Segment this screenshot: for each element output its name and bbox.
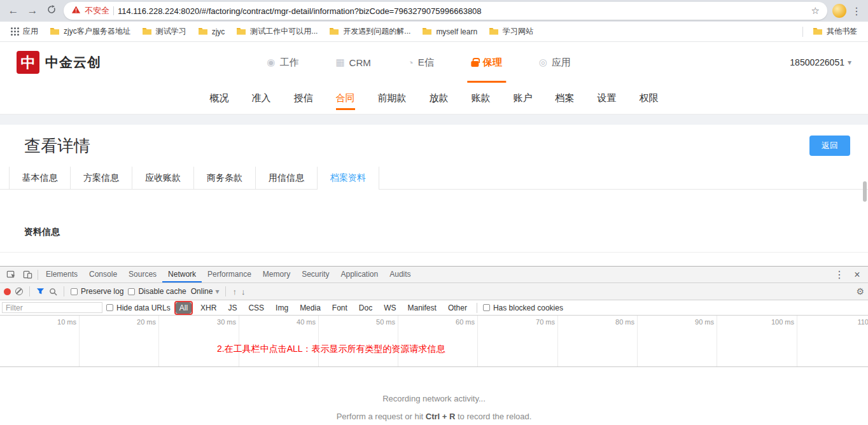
security-warning-icon[interactable] bbox=[71, 5, 81, 17]
network-timeline[interactable]: 10 ms 20 ms 30 ms 40 ms 50 ms 60 ms 70 m… bbox=[0, 316, 868, 367]
inspect-element-icon[interactable] bbox=[3, 267, 19, 282]
devtools-tab-console[interactable]: Console bbox=[83, 267, 123, 282]
nav-item-work[interactable]: 工作 bbox=[267, 42, 298, 83]
forward-icon[interactable] bbox=[25, 4, 39, 17]
devtools-tab-sources[interactable]: Sources bbox=[123, 267, 162, 282]
bookmark-folder[interactable]: myself learn bbox=[417, 25, 482, 39]
clear-icon[interactable] bbox=[15, 288, 23, 295]
devtools-tab-security[interactable]: Security bbox=[296, 267, 335, 282]
bookmark-label: zjyc客户服务器地址 bbox=[64, 26, 130, 37]
devtools-tab-application[interactable]: Application bbox=[335, 267, 384, 282]
account-menu[interactable]: 18500226051 bbox=[790, 57, 851, 67]
devtools-close-icon[interactable] bbox=[849, 269, 865, 281]
back-button[interactable]: 返回 bbox=[809, 136, 850, 156]
devtools-tab-audits[interactable]: Audits bbox=[384, 267, 416, 282]
tab-plan-info[interactable]: 方案信息 bbox=[71, 167, 132, 189]
sub-nav-settings[interactable]: 设置 bbox=[598, 83, 617, 114]
folder-icon bbox=[142, 27, 152, 37]
bookmark-folder[interactable]: zjyc客户服务器地址 bbox=[45, 24, 135, 39]
sub-nav-accounts[interactable]: 账户 bbox=[514, 83, 533, 114]
export-har-icon[interactable] bbox=[232, 287, 237, 296]
sub-nav-permissions[interactable]: 权限 bbox=[640, 83, 659, 114]
sub-nav-prepayment[interactable]: 前期款 bbox=[378, 83, 407, 114]
timeline-tick: 100 ms bbox=[756, 318, 794, 326]
nav-item-crm[interactable]: CRM bbox=[335, 42, 370, 83]
bookmark-folder[interactable]: 测试学习 bbox=[137, 24, 191, 39]
sub-nav-admission[interactable]: 准入 bbox=[252, 83, 271, 114]
nav-item-factoring[interactable]: 保理 bbox=[471, 42, 502, 83]
bookmark-folder[interactable]: 学习网站 bbox=[484, 24, 538, 39]
filter-pill-media[interactable]: Media bbox=[296, 302, 325, 314]
devtools-tab-network[interactable]: Network bbox=[162, 267, 202, 282]
devtools-tab-performance[interactable]: Performance bbox=[202, 267, 257, 282]
nav-item-exin[interactable]: E信 bbox=[408, 42, 434, 83]
sub-nav-loan[interactable]: 放款 bbox=[430, 83, 449, 114]
bookmark-label: 开发遇到问题的解... bbox=[343, 26, 410, 37]
bookmark-folder[interactable]: 开发遇到问题的解... bbox=[325, 24, 415, 39]
sub-nav-receivables[interactable]: 账款 bbox=[472, 83, 491, 114]
record-button[interactable] bbox=[4, 288, 11, 295]
folder-icon bbox=[50, 27, 60, 37]
devtools-menu-icon[interactable] bbox=[831, 268, 848, 281]
site-logo[interactable]: 中 中金云创 bbox=[17, 51, 101, 74]
tab-receivables[interactable]: 应收账款 bbox=[132, 167, 194, 189]
filter-pill-font[interactable]: Font bbox=[328, 302, 351, 314]
nav-item-apps[interactable]: 应用 bbox=[539, 42, 571, 83]
tab-credit-info[interactable]: 用信信息 bbox=[256, 167, 318, 189]
url-text[interactable]: 114.116.228.224:8020/#/factoring/contrac… bbox=[118, 6, 808, 16]
filter-pill-doc[interactable]: Doc bbox=[355, 302, 376, 314]
network-settings-icon[interactable] bbox=[856, 286, 864, 296]
back-icon[interactable] bbox=[6, 4, 20, 17]
account-number: 18500226051 bbox=[790, 57, 844, 67]
sub-nav-credit[interactable]: 授信 bbox=[294, 83, 313, 114]
device-toolbar-icon[interactable] bbox=[19, 267, 36, 282]
filter-funnel-icon[interactable] bbox=[36, 288, 45, 295]
bookmark-folder[interactable]: zjyc bbox=[193, 25, 230, 39]
filter-pill-img[interactable]: Img bbox=[272, 302, 292, 314]
search-icon[interactable] bbox=[49, 288, 57, 296]
security-label[interactable]: 不安全 bbox=[85, 5, 109, 17]
has-blocked-cookies-label[interactable]: Has blocked cookies bbox=[493, 303, 563, 312]
address-bar[interactable]: 不安全 114.116.228.224:8020/#/factoring/con… bbox=[64, 2, 827, 20]
detail-tabs: 基本信息 方案信息 应收账款 商务条款 用信信息 档案资料 bbox=[0, 167, 868, 190]
preserve-log-label[interactable]: Preserve log bbox=[81, 287, 123, 296]
logo-text: 中金云创 bbox=[45, 53, 101, 71]
tab-archive-materials[interactable]: 档案资料 bbox=[318, 167, 379, 189]
disable-cache-label[interactable]: Disable cache bbox=[138, 287, 186, 296]
filter-pill-manifest[interactable]: Manifest bbox=[404, 302, 440, 314]
filter-pill-css[interactable]: CSS bbox=[244, 302, 268, 314]
bookmark-folder[interactable]: 测试工作中可以用... bbox=[232, 24, 322, 39]
filter-pill-ws[interactable]: WS bbox=[380, 302, 400, 314]
page-title: 查看详情 bbox=[24, 135, 90, 157]
has-blocked-cookies-checkbox[interactable] bbox=[483, 304, 490, 311]
filter-pill-all[interactable]: All bbox=[176, 302, 192, 314]
filter-pill-xhr[interactable]: XHR bbox=[197, 302, 220, 314]
page-scrollbar-thumb[interactable] bbox=[863, 181, 867, 202]
profile-avatar[interactable] bbox=[832, 4, 846, 18]
filter-pill-js[interactable]: JS bbox=[224, 302, 241, 314]
sub-nav-archives[interactable]: 档案 bbox=[556, 83, 575, 114]
folder-icon bbox=[489, 27, 499, 37]
throttling-dropdown[interactable]: Online bbox=[191, 287, 220, 296]
import-har-icon[interactable] bbox=[241, 287, 246, 296]
hide-data-urls-label[interactable]: Hide data URLs bbox=[116, 303, 171, 312]
bookmark-label: 测试工作中可以用... bbox=[250, 26, 318, 37]
tab-basic-info[interactable]: 基本信息 bbox=[9, 167, 71, 189]
browser-menu-icon[interactable] bbox=[851, 5, 862, 17]
reload-icon[interactable] bbox=[45, 4, 59, 18]
hide-data-urls-checkbox[interactable] bbox=[106, 304, 113, 311]
filter-pill-other[interactable]: Other bbox=[444, 302, 471, 314]
other-bookmarks[interactable]: 其他书签 bbox=[808, 24, 862, 39]
apps-label: 应用 bbox=[23, 26, 38, 37]
devtools-tab-elements[interactable]: Elements bbox=[40, 267, 83, 282]
apps-shortcut[interactable]: 应用 bbox=[6, 24, 43, 39]
tab-business-terms[interactable]: 商务条款 bbox=[194, 167, 256, 189]
bookmark-star-icon[interactable] bbox=[811, 5, 820, 17]
devtools-tab-memory[interactable]: Memory bbox=[257, 267, 296, 282]
disable-cache-checkbox[interactable] bbox=[128, 288, 135, 295]
network-filter-input[interactable] bbox=[2, 302, 102, 313]
sub-nav-contract[interactable]: 合同 bbox=[336, 83, 355, 114]
preserve-log-checkbox[interactable] bbox=[71, 288, 78, 295]
other-bookmarks-label: 其他书签 bbox=[827, 26, 857, 37]
sub-nav-overview[interactable]: 概况 bbox=[210, 83, 229, 114]
